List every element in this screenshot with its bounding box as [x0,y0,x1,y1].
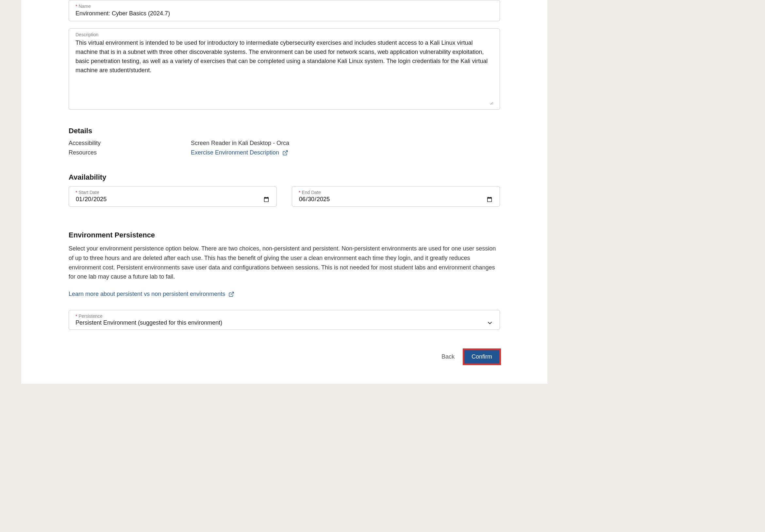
persistence-select-value: Persistent Environment (suggested for th… [76,319,222,326]
chevron-down-icon [486,320,493,326]
confirm-button[interactable]: Confirm [464,350,500,364]
persistence-select-group[interactable]: *Persistence Persistent Environment (sug… [69,310,500,330]
resources-link-text: Exercise Environment Description [191,149,279,156]
persistence-select-label: *Persistence [76,314,493,319]
description-textarea[interactable]: This virtual environment is intended to … [76,38,493,105]
persistence-heading: Environment Persistence [69,231,500,239]
end-date-group[interactable]: *End Date [292,186,500,207]
end-date-label: *End Date [299,190,493,195]
start-date-label: *Start Date [76,190,270,195]
persistence-label-text: Persistence [78,314,102,319]
start-date-input[interactable] [76,196,270,203]
external-link-icon [282,150,288,156]
resources-link[interactable]: Exercise Environment Description [191,149,288,156]
details-resources-row: Resources Exercise Environment Descripti… [69,149,500,156]
svg-line-1 [231,292,234,295]
description-label: Description [76,32,493,37]
learn-more-text: Learn more about persistent vs non persi… [69,291,225,298]
required-star: * [76,190,77,195]
form-panel: *Name Description This virtual environme… [21,0,547,384]
accessibility-label: Accessibility [69,140,191,146]
name-field-group[interactable]: *Name [69,0,500,21]
accessibility-value: Screen Reader in Kali Desktop - Orca [191,140,289,146]
persistence-description: Select your environment persistence opti… [69,244,500,282]
required-star: * [299,190,300,195]
end-date-label-text: End Date [302,190,321,195]
start-date-group[interactable]: *Start Date [69,186,277,207]
name-label: *Name [76,4,493,9]
end-date-input[interactable] [299,196,493,203]
resources-label: Resources [69,149,191,156]
svg-line-0 [285,150,288,153]
required-star: * [76,314,77,319]
details-heading: Details [69,127,500,135]
availability-heading: Availability [69,173,500,181]
learn-more-link[interactable]: Learn more about persistent vs non persi… [69,291,234,298]
action-button-row: Back Confirm [69,350,500,364]
description-field-group[interactable]: Description This virtual environment is … [69,28,500,110]
details-accessibility-row: Accessibility Screen Reader in Kali Desk… [69,140,500,146]
start-date-label-text: Start Date [78,190,99,195]
external-link-icon [229,291,234,297]
required-star: * [76,4,77,9]
back-button[interactable]: Back [441,353,454,360]
name-label-text: Name [78,4,91,9]
name-input[interactable] [76,9,493,18]
